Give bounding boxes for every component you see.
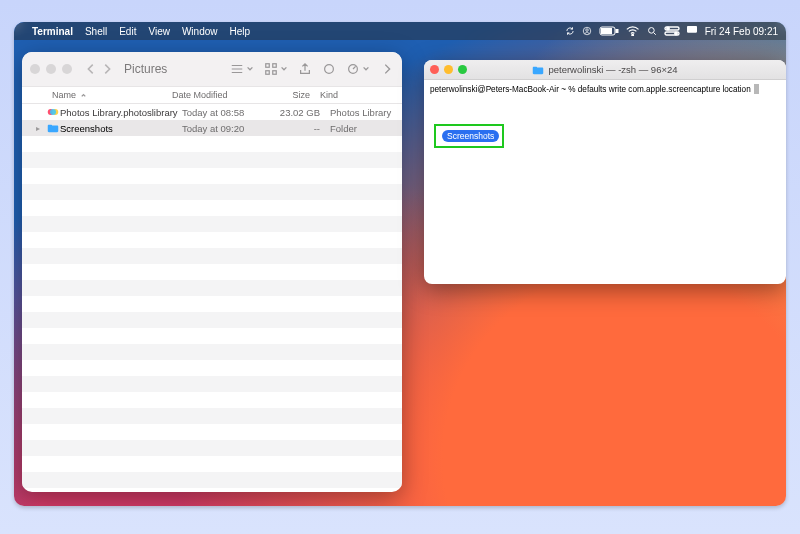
svg-point-20 (50, 109, 56, 115)
file-modified: Today at 08:58 (182, 107, 274, 118)
menu-bar: Terminal Shell Edit View Window Help Fri… (14, 22, 786, 40)
close-button[interactable] (430, 65, 439, 74)
chevron-down-icon[interactable] (246, 65, 254, 73)
macos-desktop: Terminal Shell Edit View Window Help Fri… (14, 22, 786, 506)
svg-point-9 (666, 27, 668, 29)
svg-point-1 (586, 29, 589, 32)
chevron-down-icon[interactable] (280, 65, 288, 73)
file-kind: Photos Library (330, 107, 402, 118)
chevron-down-icon[interactable] (362, 65, 370, 73)
close-button[interactable] (30, 64, 40, 74)
menu-shell[interactable]: Shell (85, 26, 107, 37)
forward-button[interactable] (100, 62, 114, 76)
file-row[interactable]: Photos Library.photoslibrary Today at 08… (22, 104, 402, 120)
finder-titlebar[interactable]: Pictures (22, 52, 402, 86)
fullscreen-button[interactable] (458, 65, 467, 74)
svg-rect-4 (602, 29, 612, 34)
svg-rect-13 (273, 64, 277, 68)
col-kind-header[interactable]: Kind (320, 90, 402, 100)
view-mode-button[interactable] (230, 62, 244, 76)
terminal-titlebar[interactable]: peterwolinski — -zsh — 96×24 (424, 60, 786, 80)
svg-rect-3 (616, 30, 618, 33)
group-by-button[interactable] (264, 62, 278, 76)
svg-rect-14 (266, 71, 270, 75)
terminal-cursor (754, 84, 759, 94)
col-size-header[interactable]: Size (264, 90, 320, 100)
minimize-button[interactable] (46, 64, 56, 74)
svg-point-16 (325, 65, 334, 74)
menu-view[interactable]: View (148, 26, 170, 37)
svg-point-6 (648, 28, 654, 34)
svg-point-10 (674, 32, 676, 34)
user-icon[interactable] (582, 26, 592, 36)
file-modified: Today at 09:20 (182, 123, 274, 134)
file-kind: Folder (330, 123, 402, 134)
action-button[interactable] (346, 62, 360, 76)
terminal-prompt-line: peterwolinski@Peters-MacBook-Air ~ % def… (430, 85, 753, 94)
minimize-button[interactable] (444, 65, 453, 74)
file-size: 23.02 GB (274, 107, 330, 118)
dragged-folder-label: Screenshots (442, 130, 499, 142)
dragged-folder-highlight[interactable]: Screenshots (434, 124, 504, 148)
terminal-body[interactable]: peterwolinski@Peters-MacBook-Air ~ % def… (424, 80, 786, 284)
menu-help[interactable]: Help (230, 26, 251, 37)
finder-window[interactable]: Pictures (22, 52, 402, 492)
svg-rect-12 (266, 64, 270, 68)
sort-indicator-icon (80, 92, 87, 99)
expand-button[interactable] (380, 62, 394, 76)
battery-icon[interactable] (599, 26, 619, 36)
menu-window[interactable]: Window (182, 26, 218, 37)
home-folder-icon (532, 65, 544, 75)
photos-library-icon (46, 107, 60, 117)
svg-rect-15 (273, 71, 277, 75)
search-icon[interactable] (647, 26, 657, 36)
col-modified-header[interactable]: Date Modified (172, 90, 264, 100)
app-menu[interactable]: Terminal (32, 26, 73, 37)
window-controls (30, 64, 72, 74)
col-name-header[interactable]: Name (52, 90, 76, 100)
disclosure-triangle[interactable]: ▸ (36, 124, 46, 133)
language-icon[interactable] (687, 26, 697, 36)
share-button[interactable] (298, 62, 312, 76)
terminal-title: peterwolinski — -zsh — 96×24 (548, 64, 677, 75)
back-button[interactable] (84, 62, 98, 76)
column-headers[interactable]: Name Date Modified Size Kind (22, 86, 402, 104)
status-icons (565, 26, 696, 36)
fullscreen-button[interactable] (62, 64, 72, 74)
svg-rect-11 (687, 26, 697, 33)
folder-icon (46, 123, 60, 133)
menubar-clock[interactable]: Fri 24 Feb 09:21 (705, 26, 778, 37)
menu-edit[interactable]: Edit (119, 26, 136, 37)
finder-location-title: Pictures (124, 62, 167, 76)
file-row[interactable]: ▸ Screenshots Today at 09:20 -- Folder (22, 120, 402, 136)
terminal-window[interactable]: peterwolinski — -zsh — 96×24 peterwolins… (424, 60, 786, 284)
file-name: Screenshots (60, 123, 182, 134)
window-controls (430, 65, 467, 74)
file-size: -- (274, 123, 330, 134)
tags-button[interactable] (322, 62, 336, 76)
svg-point-5 (632, 34, 634, 36)
sync-icon[interactable] (565, 26, 575, 36)
control-center-icon[interactable] (664, 26, 680, 36)
file-name: Photos Library.photoslibrary (60, 107, 182, 118)
wifi-icon[interactable] (626, 26, 639, 36)
file-list[interactable]: Photos Library.photoslibrary Today at 08… (22, 104, 402, 492)
